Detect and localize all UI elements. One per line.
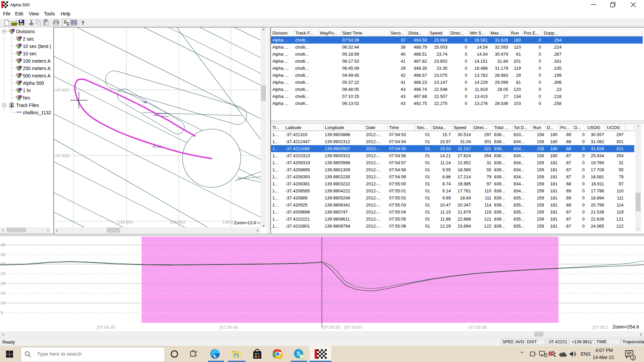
svg-text:2: 2 bbox=[632, 356, 634, 360]
svg-text:3: 3 bbox=[550, 352, 552, 356]
svg-text:?: ? bbox=[82, 20, 85, 26]
